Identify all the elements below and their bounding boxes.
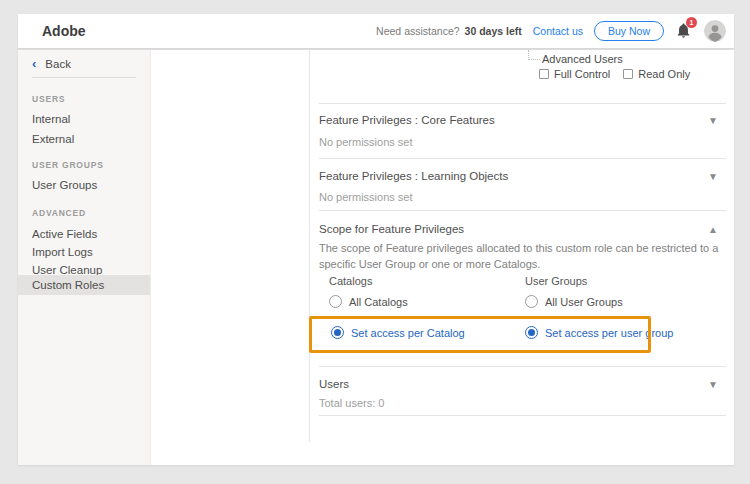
sidebar-item-custom-roles-active[interactable]: Custom Roles — [18, 275, 150, 295]
chevron-down-icon[interactable]: ▼ — [708, 116, 718, 126]
advanced-users-permissions: Full Control Read Only — [539, 68, 690, 80]
set-access-per-user-group-label: Set access per user group — [545, 327, 673, 339]
back-button[interactable]: ‹ Back — [32, 57, 71, 70]
radio-unselected-icon[interactable] — [525, 295, 538, 308]
radio-unselected-icon[interactable] — [329, 295, 342, 308]
left-sidebar: ‹ Back USERS Internal External USER GROU… — [18, 50, 151, 465]
all-user-groups-label: All User Groups — [545, 296, 623, 308]
full-control-label: Full Control — [554, 68, 610, 80]
chevron-left-icon: ‹ — [32, 57, 36, 70]
user-groups-column-heading: User Groups — [525, 275, 587, 287]
advanced-users-node-label: Advanced Users — [542, 53, 623, 65]
content-panel: ‹ Back USERS Internal External USER GROU… — [18, 50, 734, 465]
divider — [319, 415, 726, 416]
sidebar-item-internal[interactable]: Internal — [18, 109, 150, 129]
set-access-per-user-group-option[interactable]: Set access per user group — [525, 326, 673, 339]
contact-us-link[interactable]: Contact us — [533, 25, 583, 37]
divider — [32, 77, 136, 78]
section-title-learning-objects: Feature Privileges : Learning Objects — [319, 170, 508, 182]
chevron-down-icon[interactable]: ▼ — [708, 172, 718, 182]
chevron-up-icon[interactable]: ▲ — [708, 225, 718, 235]
sidebar-item-import-logs[interactable]: Import Logs — [18, 242, 150, 262]
section-title-users: Users — [319, 378, 349, 390]
set-access-per-catalog-option[interactable]: Set access per Catalog — [331, 326, 465, 339]
back-label: Back — [45, 58, 71, 70]
top-header: Adobe Need assistance? 30 days left Cont… — [18, 14, 734, 48]
sidebar-heading-user-groups: USER GROUPS — [32, 160, 104, 170]
sidebar-item-external[interactable]: External — [18, 129, 150, 149]
divider — [319, 210, 726, 211]
tree-connector — [528, 50, 540, 60]
users-total: Total users: 0 — [319, 397, 384, 409]
section-title-scope: Scope for Feature Privileges — [319, 223, 464, 235]
set-access-per-catalog-label: Set access per Catalog — [351, 327, 465, 339]
scope-description: The scope of Feature privileges allocate… — [319, 241, 723, 273]
sidebar-item-active-fields[interactable]: Active Fields — [18, 224, 150, 244]
notifications-bell-icon[interactable]: 1 — [675, 21, 693, 41]
learning-objects-status: No permissions set — [319, 191, 413, 203]
page-background: Adobe Need assistance? 30 days left Cont… — [0, 0, 750, 484]
checkbox-unchecked-icon[interactable] — [623, 69, 633, 79]
chevron-down-icon[interactable]: ▼ — [708, 380, 718, 390]
all-user-groups-option[interactable]: All User Groups — [525, 295, 623, 308]
adobe-logo: Adobe — [42, 14, 86, 48]
divider — [319, 158, 726, 159]
sidebar-item-user-groups[interactable]: User Groups — [18, 175, 150, 195]
header-actions: Need assistance? 30 days left Contact us… — [376, 14, 726, 48]
user-avatar[interactable] — [704, 20, 726, 42]
sidebar-heading-users: USERS — [32, 94, 65, 104]
content-left-border — [309, 50, 310, 442]
main-content: Advanced Users Full Control Read Only Fe… — [151, 50, 734, 465]
section-title-core-features: Feature Privileges : Core Features — [319, 114, 495, 126]
checkbox-unchecked-icon[interactable] — [539, 69, 549, 79]
core-features-status: No permissions set — [319, 136, 413, 148]
assistance-text: Need assistance? — [376, 25, 459, 37]
avatar-icon — [704, 20, 726, 42]
divider — [319, 103, 726, 104]
catalogs-column-heading: Catalogs — [329, 275, 372, 287]
trial-days-left: 30 days left — [465, 25, 522, 37]
divider — [319, 366, 726, 367]
notification-badge: 1 — [686, 17, 697, 28]
radio-selected-icon[interactable] — [331, 326, 344, 339]
buy-now-button[interactable]: Buy Now — [594, 21, 664, 41]
read-only-option[interactable]: Read Only — [623, 68, 690, 80]
full-control-option[interactable]: Full Control — [539, 68, 610, 80]
sidebar-heading-advanced: ADVANCED — [32, 208, 86, 218]
radio-selected-icon[interactable] — [525, 326, 538, 339]
all-catalogs-label: All Catalogs — [349, 296, 408, 308]
read-only-label: Read Only — [638, 68, 690, 80]
all-catalogs-option[interactable]: All Catalogs — [329, 295, 408, 308]
